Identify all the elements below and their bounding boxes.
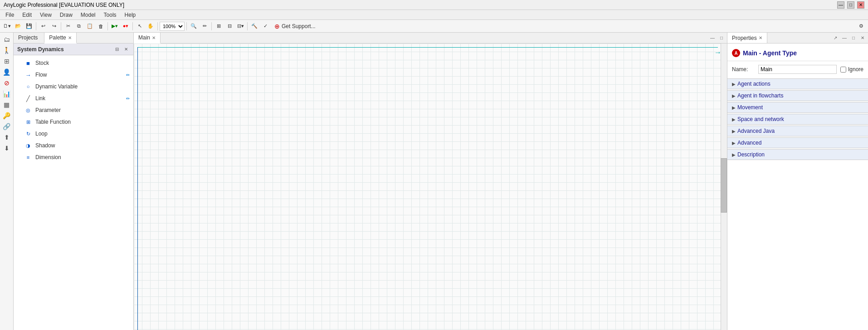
build-button[interactable]: 🔨 — [249, 21, 259, 31]
menu-item-edit[interactable]: Edit — [19, 11, 35, 19]
canvas-panel: Main ✕ — □ → — [134, 33, 727, 330]
copy-button[interactable]: ⧉ — [74, 21, 84, 31]
palette-tabs: Projects Palette ✕ — [14, 33, 133, 44]
palette-header-icons: ⊟ ✕ — [113, 46, 130, 53]
menu-item-view[interactable]: View — [36, 11, 55, 19]
tab-main[interactable]: Main ✕ — [134, 33, 161, 44]
link-edit-icon[interactable]: ✏ — [126, 96, 130, 101]
minimize-button[interactable]: — — [837, 1, 844, 9]
prop-section-space-network-arrow: ▶ — [732, 117, 736, 122]
palette-item-link[interactable]: ╱ Link ✏ — [14, 92, 133, 104]
grid-snap-button[interactable]: ⊞ — [214, 21, 224, 31]
tab-main-label: Main — [138, 34, 150, 41]
save-button[interactable]: 💾 — [24, 21, 34, 31]
properties-external-icon[interactable]: ↗ — [832, 34, 839, 42]
close-button[interactable]: ✕ — [857, 1, 864, 9]
palette-item-loop[interactable]: ↻ Loop — [14, 128, 133, 140]
palette-item-shadow[interactable]: ◑ Shadow — [14, 140, 133, 151]
palette-close-icon[interactable]: ✕ — [122, 46, 130, 53]
tab-main-close[interactable]: ✕ — [152, 35, 156, 40]
settings-button[interactable]: ⚙ — [856, 21, 866, 31]
menu-item-file[interactable]: File — [2, 11, 18, 19]
tab-properties-close[interactable]: ✕ — [759, 35, 762, 40]
sidebar-agent-icon[interactable]: 🚶 — [2, 45, 12, 55]
palette-item-flow[interactable]: → Flow ✏ — [14, 69, 133, 81]
palette-item-dimension[interactable]: ≡ Dimension — [14, 151, 133, 163]
tab-palette-close[interactable]: ✕ — [68, 35, 72, 40]
new-button[interactable]: 🗋▾ — [2, 21, 12, 31]
palette-item-stock-label: Stock — [35, 60, 130, 66]
sidebar-data-icon[interactable]: ▦ — [2, 100, 12, 110]
canvas-content[interactable]: → — [134, 44, 727, 330]
palette-item-stock[interactable]: ■ Stock — [14, 57, 133, 69]
prop-section-agent-actions-arrow: ▶ — [732, 82, 736, 87]
open-button[interactable]: 📂 — [13, 21, 23, 31]
sidebar-grid-icon[interactable]: ⊞ — [2, 56, 12, 66]
sidebar-link-icon[interactable]: 🔗 — [2, 121, 12, 131]
align-button[interactable]: ⊟ — [224, 21, 234, 31]
prop-section-agent-actions[interactable]: ▶ Agent actions — [727, 78, 868, 89]
titlebar-controls: — □ ✕ — [837, 1, 864, 9]
separator-4 — [132, 22, 133, 30]
flow-edit-icon[interactable]: ✏ — [126, 73, 130, 78]
menu-item-tools[interactable]: Tools — [100, 11, 120, 19]
canvas-scrollthumb[interactable] — [721, 158, 727, 213]
dimension-icon: ≡ — [24, 154, 32, 161]
select-button[interactable]: ↖ — [135, 21, 145, 31]
sidebar-upload-icon[interactable]: ⬆ — [2, 132, 12, 142]
palette-layout-icon[interactable]: ⊟ — [113, 46, 121, 53]
pan-button[interactable]: ✋ — [146, 21, 156, 31]
prop-section-advanced-java[interactable]: ▶ Advanced Java — [727, 126, 868, 136]
stop-button[interactable]: ●▾ — [121, 21, 131, 31]
prop-section-advanced[interactable]: ▶ Advanced — [727, 137, 868, 148]
undo-button[interactable]: ↩ — [38, 21, 48, 31]
maximize-button[interactable]: □ — [847, 1, 854, 9]
tab-properties[interactable]: Properties ✕ — [727, 33, 767, 43]
check-button[interactable]: ✓ — [260, 21, 270, 31]
properties-max-button[interactable]: □ — [850, 34, 857, 42]
tab-projects-label: Projects — [18, 34, 38, 41]
paste-button[interactable]: 📋 — [85, 21, 95, 31]
palette-item-table-function[interactable]: ⊞ Table Function — [14, 116, 133, 128]
redo-button[interactable]: ↪ — [49, 21, 59, 31]
prop-ignore-checkbox[interactable] — [840, 67, 846, 73]
get-support-button[interactable]: ⊕ Get Support... — [271, 21, 319, 31]
sidebar-chart-icon[interactable]: 📊 — [2, 89, 12, 99]
menu-item-help[interactable]: Help — [121, 11, 140, 19]
prop-section-movement[interactable]: ▶ Movement — [727, 102, 868, 113]
properties-close-button[interactable]: ✕ — [859, 34, 866, 42]
menu-item-model[interactable]: Model — [77, 11, 99, 19]
tab-palette[interactable]: Palette ✕ — [44, 33, 76, 44]
zoom-select[interactable]: 100% 50% 75% 150% 200% — [160, 22, 185, 31]
layout-button[interactable]: ⊟▾ — [235, 21, 245, 31]
prop-section-description[interactable]: ▶ Description — [727, 149, 868, 160]
canvas-min-button[interactable]: — — [709, 34, 716, 42]
canvas-scrollbar[interactable] — [721, 44, 727, 330]
prop-section-agent-flowcharts-label: Agent in flowcharts — [737, 92, 783, 99]
run-button[interactable]: ▶▾ — [110, 21, 120, 31]
sidebar-person-icon[interactable]: 👤 — [2, 67, 12, 77]
canvas-max-button[interactable]: □ — [718, 34, 725, 42]
canvas-grid[interactable]: → — [134, 44, 727, 330]
cut-button[interactable]: ✂ — [63, 21, 73, 31]
tab-projects[interactable]: Projects — [14, 33, 44, 43]
magnify-button[interactable]: 🔍 — [189, 21, 199, 31]
delete-button[interactable]: 🗑 — [96, 21, 106, 31]
draw-button[interactable]: ✏ — [200, 21, 210, 31]
menu-item-draw[interactable]: Draw — [56, 11, 76, 19]
prop-section-agent-flowcharts[interactable]: ▶ Agent in flowcharts — [727, 90, 868, 101]
canvas-border-top: → — [137, 47, 718, 48]
sidebar-project-icon[interactable]: 🗂 — [2, 34, 12, 44]
get-support-label: Get Support... — [282, 23, 316, 29]
prop-name-label: Name: — [732, 66, 755, 73]
prop-section-advanced-arrow: ▶ — [732, 141, 736, 146]
sidebar-key-icon[interactable]: 🔑 — [2, 111, 12, 121]
canvas-tabs: Main ✕ — □ — [134, 33, 727, 44]
prop-section-space-network[interactable]: ▶ Space and network — [727, 114, 868, 125]
palette-item-dynamic-variable[interactable]: ○ Dynamic Variable — [14, 81, 133, 92]
palette-item-parameter[interactable]: ◎ Parameter — [14, 104, 133, 116]
sidebar-error-icon[interactable]: ⊘ — [2, 78, 12, 88]
prop-name-input[interactable] — [758, 65, 837, 74]
sidebar-download-icon[interactable]: ⬇ — [2, 143, 12, 153]
properties-min-button[interactable]: — — [841, 34, 848, 42]
